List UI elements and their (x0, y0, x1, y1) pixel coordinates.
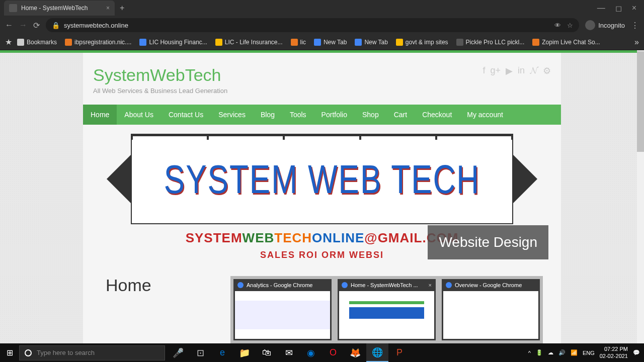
bookmark-item[interactable]: lic (288, 37, 309, 47)
tray-chevron-icon[interactable]: ^ (528, 350, 531, 356)
nav-contact-us[interactable]: Contact Us (161, 105, 211, 125)
language-icon[interactable]: ENG (583, 350, 595, 356)
nav-portfolio[interactable]: Portfolio (314, 105, 355, 125)
scrollbar[interactable] (637, 50, 644, 343)
bookmark-item[interactable]: Bookmarks (14, 37, 60, 47)
social-icon[interactable]: ▶ (506, 65, 513, 76)
bookmarks-bar: ★Bookmarksibpsregistration.nic....LIC Ho… (0, 34, 644, 50)
star-icon[interactable]: ☆ (567, 22, 573, 29)
logo-banner: SYSTEM WEB TECH (131, 134, 513, 224)
incognito-indicator[interactable]: Incognito (585, 20, 625, 30)
start-button[interactable]: ⊞ (0, 343, 19, 362)
incognito-icon (585, 20, 595, 30)
browser-tab[interactable]: Home - SystemWebTech × (4, 1, 115, 16)
bookmark-item[interactable]: LIC Housing Financ... (136, 37, 210, 47)
bookmark-item[interactable]: New Tab (352, 37, 390, 47)
battery-icon[interactable]: 🔋 (536, 349, 543, 356)
task-switcher: Analytics - Google Chrome Home - SystemW… (230, 276, 543, 343)
close-window-icon[interactable]: × (632, 4, 636, 13)
bookmark-star-icon[interactable]: ★ (5, 37, 12, 47)
volume-icon[interactable]: 🔊 (558, 349, 566, 356)
minimize-icon[interactable]: — (597, 4, 605, 13)
social-icon[interactable]: 𝓝 (530, 65, 538, 76)
store-icon[interactable]: 🛍 (256, 343, 278, 362)
browser-menu-icon[interactable]: ⋮ (631, 21, 639, 30)
opera-icon[interactable]: O (322, 343, 344, 362)
system-tray: ^ 🔋 ☁ 🔊 📶 ENG 07:22 PM 02-02-2021 💬 (528, 346, 644, 359)
nav-checkout[interactable]: Checkout (415, 105, 459, 125)
address-bar[interactable]: 🔒 systemwebtech.online 👁 ☆ (46, 18, 579, 32)
mail-icon[interactable]: ✉ (278, 343, 300, 362)
social-icon[interactable]: f (482, 65, 485, 76)
search-placeholder: Type here to search (37, 349, 95, 356)
bookmark-item[interactable]: Zopim Live Chat So... (529, 37, 603, 47)
main-nav: HomeAbout UsContact UsServicesBlogToolsP… (83, 105, 561, 125)
new-tab-button[interactable]: + (120, 4, 124, 13)
bookmark-item[interactable]: ibpsregistration.nic.... (62, 37, 134, 47)
firefox-icon[interactable]: 🦊 (344, 343, 366, 362)
social-icons: fg+▶in𝓝⚙ (482, 65, 551, 76)
taskbar: ⊞ Type here to search 🎤 ⊡ e 📁 🛍 ✉ ◉ O 🦊 … (0, 343, 644, 362)
close-tab-icon[interactable]: × (106, 5, 110, 12)
design-badge: Website Design (428, 225, 548, 259)
notifications-icon[interactable]: 💬 (633, 349, 640, 356)
lock-icon: 🔒 (52, 22, 60, 29)
logo-text: SYSTEM WEB TECH (164, 156, 480, 202)
nav-cart[interactable]: Cart (386, 105, 415, 125)
nav-tools[interactable]: Tools (282, 105, 314, 125)
site-title[interactable]: SystemWebTech (93, 65, 227, 85)
mic-icon[interactable]: 🎤 (167, 343, 189, 362)
bookmark-item[interactable]: govt & imp sites (393, 37, 451, 47)
nav-home[interactable]: Home (83, 105, 117, 125)
social-icon[interactable]: ⚙ (543, 65, 551, 76)
explorer-icon[interactable]: 📁 (233, 343, 256, 362)
powerpoint-icon[interactable]: P (388, 343, 411, 362)
bookmark-overflow-icon[interactable]: » (634, 38, 639, 47)
chrome-icon[interactable]: 🌐 (366, 343, 388, 362)
maximize-icon[interactable]: ◻ (615, 4, 622, 13)
back-icon[interactable]: ← (5, 21, 13, 30)
task-thumb[interactable]: Overview - Google Chrome (442, 279, 540, 340)
reload-icon[interactable]: ⟳ (33, 21, 40, 30)
bookmark-item[interactable]: New Tab (311, 37, 350, 47)
tab-title: Home - SystemWebTech (21, 5, 88, 12)
eye-off-icon[interactable]: 👁 (554, 22, 561, 29)
hero-section: SYSTEM WEB TECH SYSTEMWEBTECHONLINE@GMAI… (83, 125, 561, 260)
social-icon[interactable]: in (518, 65, 525, 76)
site-header: SystemWebTech All Web Services & Busines… (83, 53, 561, 105)
edge2-icon[interactable]: ◉ (300, 343, 322, 362)
task-thumb[interactable]: Analytics - Google Chrome (233, 279, 332, 340)
browser-toolbar: ← → ⟳ 🔒 systemwebtech.online 👁 ☆ Incogni… (0, 16, 644, 34)
favicon (9, 4, 17, 12)
nav-services[interactable]: Services (211, 105, 253, 125)
taskbar-search[interactable]: Type here to search (19, 345, 165, 360)
nav-blog[interactable]: Blog (253, 105, 282, 125)
url-text: systemwebtech.online (64, 22, 128, 29)
nav-about-us[interactable]: About Us (117, 105, 161, 125)
site-tagline: All Web Services & Business Lead Generat… (93, 87, 227, 95)
forward-icon[interactable]: → (19, 21, 27, 30)
close-icon[interactable]: × (429, 282, 432, 288)
clock[interactable]: 07:22 PM 02-02-2021 (600, 346, 628, 359)
cortana-icon (25, 349, 32, 356)
edge-icon[interactable]: e (211, 343, 233, 362)
task-thumb[interactable]: Home - SystemWebTech ...× (338, 279, 436, 340)
task-view-icon[interactable]: ⊡ (189, 343, 211, 362)
onedrive-icon[interactable]: ☁ (548, 349, 553, 356)
bookmark-item[interactable]: Pickle Pro LLC pickl... (453, 37, 528, 47)
tab-strip: Home - SystemWebTech × + — ◻ × (0, 0, 644, 16)
bookmark-item[interactable]: LIC - Life Insurance... (212, 37, 286, 47)
window-controls: — ◻ × (597, 4, 644, 13)
nav-shop[interactable]: Shop (355, 105, 386, 125)
wifi-icon[interactable]: 📶 (571, 349, 578, 356)
nav-my-account[interactable]: My account (459, 105, 511, 125)
social-icon[interactable]: g+ (490, 65, 501, 76)
